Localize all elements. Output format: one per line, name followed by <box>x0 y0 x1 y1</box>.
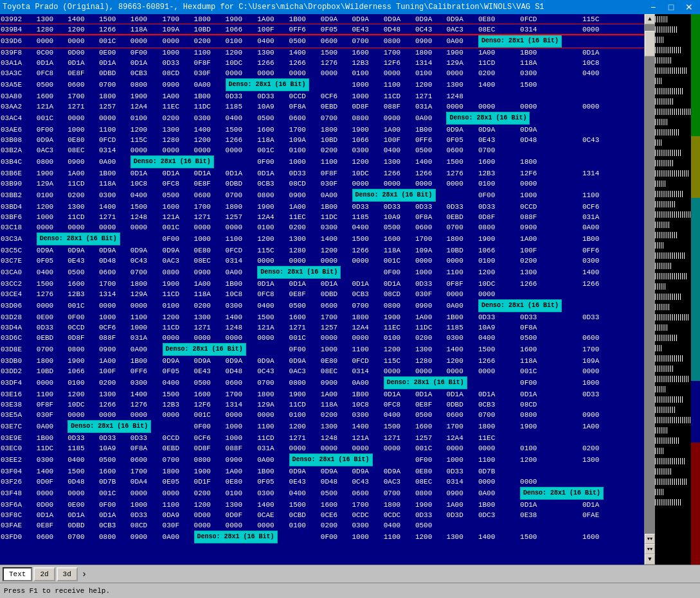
hex-cell: 1700 <box>225 389 257 400</box>
hex-cell: 08CD <box>162 68 193 78</box>
hex-table-container[interactable]: 0399213001400150016001700180019001A001B0… <box>0 14 644 565</box>
hex-cell: 0000 <box>289 256 320 266</box>
hex-cell: 0D48 <box>225 366 257 376</box>
hex-cell: 0000 <box>225 68 257 78</box>
hex-cell: 1B00 <box>478 500 519 510</box>
hex-cell: 0000 <box>162 410 193 420</box>
scroll-right-arrow[interactable]: › <box>82 569 87 579</box>
hex-cell: 115C <box>130 135 162 145</box>
address-cell: 03B08 <box>0 135 36 145</box>
hex-cell: 10BD <box>320 135 352 145</box>
scrollbar[interactable]: ▲ ▼▼ ▼▼ ▼ <box>644 14 655 565</box>
hex-cell: 0000 <box>225 222 257 233</box>
hex-cell: 0D9A <box>519 125 582 135</box>
hex-cell: 1900 <box>225 14 257 24</box>
scroll-down-double1[interactable]: ▼▼ <box>645 534 655 544</box>
hex-cell: 0F8F <box>320 168 352 179</box>
hex-cell: 118A <box>519 356 582 366</box>
scroll-down-arrow[interactable]: ▼ <box>645 554 655 565</box>
hex-cell: 100F <box>98 366 130 376</box>
hex-cell: 0600 <box>67 78 98 91</box>
minimize-button[interactable]: − <box>645 1 661 13</box>
hex-cell: 0000 <box>320 68 352 78</box>
tab-2d[interactable]: 2d <box>33 567 55 581</box>
hex-cell: 1200 <box>225 48 257 58</box>
hex-cell: 1185 <box>445 322 478 333</box>
hex-cell: 0900 <box>193 266 225 279</box>
hex-cell: 1300 <box>98 389 130 400</box>
address-cell: 03B4C <box>0 155 36 168</box>
hex-cell: 0900 <box>383 112 415 125</box>
hex-cell: 1266 <box>289 58 320 68</box>
hex-cell: 0D48 <box>383 24 415 35</box>
hex-cell: 1500 <box>98 14 130 24</box>
hex-cell: 1257 <box>320 322 352 333</box>
hex-cell: 1300 <box>519 266 582 279</box>
hex-cell: 1300 <box>256 48 288 58</box>
scroll-up-arrow[interactable]: ▲ <box>645 14 655 24</box>
scroll-track[interactable] <box>645 24 655 534</box>
hex-cell: 1600 <box>36 91 67 101</box>
window-title: Toyota Prado (Original), 89663-60891-, H… <box>3 3 645 12</box>
hex-cell: 1A00 <box>67 168 98 179</box>
hex-cell: 1000 <box>289 155 320 168</box>
close-button[interactable]: ✕ <box>681 1 697 13</box>
hex-cell: 1280 <box>289 245 320 256</box>
hex-cell: 0F00 <box>130 48 162 58</box>
hex-cell: 0D1A <box>582 500 644 510</box>
denso-label: Denso: 28x1 (16 Bit) <box>478 35 562 48</box>
scroll-down-double2[interactable]: ▼▼ <box>645 544 655 554</box>
hex-cell: 1266 <box>98 24 130 35</box>
hex-cell: 1500 <box>256 312 288 322</box>
hex-cell: 0FC8 <box>36 68 67 78</box>
hex-cell: 030F <box>36 410 67 420</box>
hex-cell: 0D1A <box>320 279 352 289</box>
hex-cell: 0000 <box>415 179 446 189</box>
hex-cell: 0000 <box>445 179 478 189</box>
hex-cell: 0E8F <box>193 179 225 189</box>
hex-cell: 0000 <box>162 487 193 500</box>
table-row: 03A8016001700180019001A001B000D330D330CC… <box>0 91 644 101</box>
hex-cell: 1000 <box>98 312 130 322</box>
hex-cell: 0000 <box>383 366 415 376</box>
tab-text[interactable]: Text <box>3 567 32 581</box>
hex-cell: 0A00 <box>256 453 288 466</box>
hex-cell: 0200 <box>320 520 352 531</box>
hex-cell: 1500 <box>519 531 582 543</box>
hex-cell: 1271 <box>383 433 415 443</box>
hex-cell: 0F00 <box>415 453 446 466</box>
scroll-thumb[interactable] <box>645 31 655 57</box>
hex-cell: 1400 <box>225 312 257 322</box>
hex-cell: 0E43 <box>67 256 98 266</box>
hex-cell: 0F8A <box>415 212 446 222</box>
hex-cell: 1900 <box>415 500 446 510</box>
hex-cell: 0A00 <box>225 266 257 279</box>
hex-cell: 0D33 <box>415 279 446 289</box>
hex-cell: 0CCD <box>67 322 98 333</box>
hex-cell: 1100 <box>352 343 383 356</box>
hex-cell: 0000 <box>445 68 478 78</box>
hex-cell: 0FCD <box>225 245 257 256</box>
hex-cell: 1271 <box>98 212 130 222</box>
hex-cell: 1400 <box>445 343 478 356</box>
hex-cell: 1300 <box>193 312 225 322</box>
hex-cell: 0600 <box>415 222 446 233</box>
hex-cell: 0100 <box>352 68 383 78</box>
hex-cell: 0800 <box>352 112 383 125</box>
hex-cell: 1B00 <box>415 125 446 135</box>
hex-cell: 0E43 <box>352 24 383 35</box>
hex-cell: 1300 <box>320 420 352 433</box>
hex-cell: 115C <box>582 14 644 24</box>
hex-cell: 0DBD <box>67 520 98 531</box>
hex-cell: 11DC <box>193 101 225 112</box>
hex-cell: 1900 <box>67 356 98 366</box>
hex-cell: 10A9 <box>383 212 415 222</box>
denso-label: Denso: 28x1 (16 Bit) <box>163 343 246 356</box>
hex-cell: 1800 <box>36 356 67 366</box>
address-cell: 03E16 <box>0 389 36 400</box>
hex-cell: 0D1A <box>383 389 415 400</box>
maximize-button[interactable]: □ <box>663 1 679 13</box>
tab-3d[interactable]: 3d <box>57 567 78 581</box>
hex-cell: 1700 <box>445 420 478 433</box>
hex-cell: 0AC3 <box>383 477 415 487</box>
